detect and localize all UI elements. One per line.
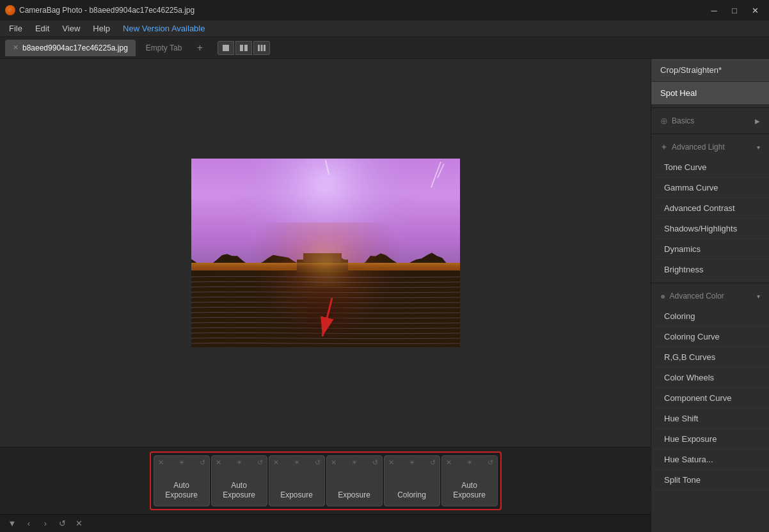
advanced-color-icon: ● (660, 291, 665, 301)
tool-card-2[interactable]: ✕ ☀ ↺ Exposure (269, 455, 325, 506)
tool-card-4-close[interactable]: ✕ (388, 458, 394, 467)
nav-down-button[interactable]: ▼ (5, 517, 19, 530)
tool-card-0-sun[interactable]: ☀ (178, 458, 185, 467)
tool-card-2-label: Exposure (280, 490, 313, 501)
advanced-color-label: Advanced Color (669, 292, 724, 301)
minimize-button[interactable]: ─ (705, 3, 723, 17)
adj-brightness[interactable]: Brightness (651, 260, 769, 280)
advanced-light-header[interactable]: ✦ Advanced Light ▾ (651, 137, 769, 157)
advanced-light-icon: ✦ (660, 142, 668, 152)
tool-card-5-sun[interactable]: ☀ (466, 458, 473, 467)
tool-card-3[interactable]: ✕ ☀ ↺ Exposure (326, 455, 383, 506)
svg-rect-0 (223, 45, 229, 51)
tool-card-0-label: AutoExposure (165, 481, 198, 501)
right-sidebar: Crop/Straighten* Spot Heal ⊕ Basics ▶ ✦ … (651, 59, 769, 532)
tool-card-4[interactable]: ✕ ☀ ↺ Coloring (384, 455, 440, 506)
adj-rgb-curves[interactable]: R,G,B Curves (651, 347, 769, 368)
canvas-area: ✕ ☀ ↺ AutoExposure ✕ ☀ ↺ AutoExposure (0, 59, 651, 532)
adj-coloring[interactable]: Coloring (651, 306, 769, 327)
photo-image (191, 159, 460, 347)
empty-tab[interactable]: Empty Tab (138, 40, 189, 56)
tool-card-1-sun[interactable]: ☀ (236, 458, 242, 467)
tool-card-2-icons: ✕ ☀ ↺ (273, 458, 321, 467)
view-buttons (218, 41, 270, 55)
tool-card-1-icons: ✕ ☀ ↺ (216, 458, 263, 467)
tool-card-0-icons: ✕ ☀ ↺ (158, 458, 205, 467)
basics-section-header[interactable]: ⊕ Basics ▶ (651, 111, 769, 131)
adj-dynamics[interactable]: Dynamics (651, 239, 769, 260)
tool-card-3-reset[interactable]: ↺ (372, 458, 378, 467)
photo-canvas[interactable] (191, 159, 460, 347)
tool-card-5-label: AutoExposure (453, 481, 486, 501)
window-title: CameraBag Photo - b8aeed9904ac17ec46225a… (19, 6, 705, 15)
main-layout: ✕ ☀ ↺ AutoExposure ✕ ☀ ↺ AutoExposure (0, 59, 769, 532)
tool-card-1-reset[interactable]: ↺ (257, 458, 263, 467)
svg-rect-1 (240, 45, 243, 51)
maximize-button[interactable]: □ (725, 3, 743, 17)
tool-card-4-icons: ✕ ☀ ↺ (388, 458, 436, 467)
adj-advanced-contrast[interactable]: Advanced Contrast (651, 198, 769, 219)
tool-card-4-reset[interactable]: ↺ (430, 458, 436, 467)
title-bar: CameraBag Photo - b8aeed9904ac17ec46225a… (0, 0, 769, 20)
tool-card-0-reset[interactable]: ↺ (200, 458, 205, 467)
menu-file[interactable]: File (3, 22, 29, 35)
tool-cards-container: ✕ ☀ ↺ AutoExposure ✕ ☀ ↺ AutoExposure (150, 451, 502, 510)
adj-shadows-highlights[interactable]: Shadows/Highlights (651, 219, 769, 239)
menu-new-version[interactable]: New Version Available (116, 22, 211, 35)
tab-bar: ✕ b8aeed9904ac17ec46225a.jpg Empty Tab + (0, 37, 769, 59)
adj-coloring-curve[interactable]: Coloring Curve (651, 327, 769, 347)
spot-heal-button[interactable]: Spot Heal (651, 82, 769, 105)
close-tab-icon[interactable]: ✕ (13, 43, 19, 52)
add-tab-button[interactable]: + (192, 40, 207, 56)
tool-card-5-icons: ✕ ☀ ↺ (446, 458, 493, 467)
nav-refresh-button[interactable]: ↺ (55, 517, 69, 530)
close-button[interactable]: ✕ (746, 3, 764, 17)
adj-hue-shift[interactable]: Hue Shift (651, 409, 769, 429)
svg-rect-5 (264, 45, 266, 51)
adj-split-tone[interactable]: Split Tone (651, 470, 769, 490)
adj-gamma-curve[interactable]: Gamma Curve (651, 178, 769, 198)
canvas-container (0, 59, 651, 447)
crop-straighten-button[interactable]: Crop/Straighten* (651, 59, 769, 82)
tool-card-1-close[interactable]: ✕ (216, 458, 221, 467)
svg-rect-4 (261, 45, 263, 51)
adj-hue-exposure[interactable]: Hue Exposure (651, 429, 769, 450)
nav-forward-button[interactable]: › (38, 517, 52, 530)
tool-card-2-close[interactable]: ✕ (273, 458, 279, 467)
adj-hue-saturation[interactable]: Hue Satura... (651, 450, 769, 470)
tool-card-5-reset[interactable]: ↺ (488, 458, 493, 467)
tool-card-5-close[interactable]: ✕ (446, 458, 452, 467)
tool-card-2-sun[interactable]: ☀ (294, 458, 300, 467)
tool-card-2-reset[interactable]: ↺ (315, 458, 321, 467)
menu-view[interactable]: View (56, 22, 86, 35)
menu-edit[interactable]: Edit (29, 22, 56, 35)
basics-icon: ⊕ (660, 116, 668, 126)
view-triple-button[interactable] (253, 41, 270, 55)
tool-card-5[interactable]: ✕ ☀ ↺ AutoExposure (441, 455, 498, 506)
tool-card-1[interactable]: ✕ ☀ ↺ AutoExposure (211, 455, 267, 506)
menu-bar: File Edit View Help New Version Availabl… (0, 20, 769, 37)
nav-back-button[interactable]: ‹ (22, 517, 36, 530)
adjustments-panel: Crop/Straighten* Spot Heal ⊕ Basics ▶ ✦ … (651, 59, 769, 532)
bottom-toolbar: ✕ ☀ ↺ AutoExposure ✕ ☀ ↺ AutoExposure (0, 447, 651, 514)
tool-card-0-close[interactable]: ✕ (158, 458, 164, 467)
tool-card-3-icons: ✕ ☀ ↺ (331, 458, 378, 467)
tool-card-3-close[interactable]: ✕ (331, 458, 337, 467)
divider-2 (651, 134, 769, 134)
advanced-color-arrow: ▾ (757, 293, 760, 300)
tool-card-3-sun[interactable]: ☀ (351, 458, 358, 467)
tool-card-0[interactable]: ✕ ☀ ↺ AutoExposure (154, 455, 210, 506)
nav-close-button[interactable]: ✕ (72, 517, 86, 530)
adj-color-wheels[interactable]: Color Wheels (651, 368, 769, 388)
advanced-color-header[interactable]: ● Advanced Color ▾ (651, 286, 769, 306)
adj-component-curve[interactable]: Component Curve (651, 388, 769, 409)
menu-help[interactable]: Help (86, 22, 116, 35)
active-tab[interactable]: ✕ b8aeed9904ac17ec46225a.jpg (5, 40, 136, 56)
view-single-button[interactable] (218, 41, 234, 55)
divider-1 (651, 107, 769, 108)
view-split-button[interactable] (235, 41, 252, 55)
tool-card-4-sun[interactable]: ☀ (409, 458, 415, 467)
app-icon (5, 5, 15, 15)
tool-card-1-label: AutoExposure (223, 481, 255, 501)
adj-tone-curve[interactable]: Tone Curve (651, 157, 769, 178)
